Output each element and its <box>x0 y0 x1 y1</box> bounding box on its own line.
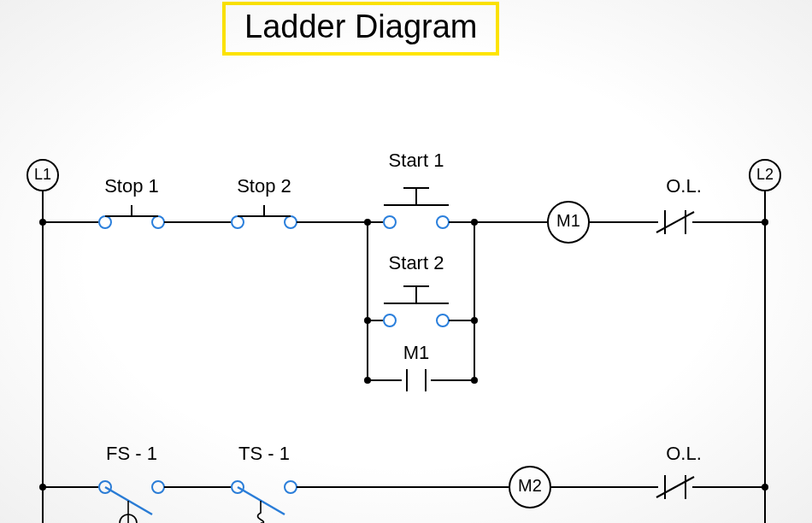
stop1-label: Stop 1 <box>104 175 159 197</box>
svg-point-14 <box>437 216 449 228</box>
svg-point-28 <box>437 314 449 326</box>
terminal-l1-label: L1 <box>34 166 51 183</box>
svg-point-39 <box>152 481 164 493</box>
overload1-label: O.L. <box>666 175 702 197</box>
junction-node <box>762 484 768 491</box>
start2-label: Start 2 <box>389 252 444 273</box>
overload2-icon <box>656 475 694 499</box>
temp-switch-label: TS - 1 <box>238 443 290 464</box>
start2-pushbutton-icon <box>384 286 449 326</box>
overload1-icon <box>656 210 694 234</box>
start1-pushbutton-icon <box>384 188 449 228</box>
stop1-pushbutton-icon <box>99 205 164 228</box>
stop2-pushbutton-icon <box>232 205 297 228</box>
terminal-l2-label: L2 <box>756 166 774 183</box>
coil-m2-label: M2 <box>518 476 542 495</box>
temp-switch-icon <box>232 481 297 523</box>
svg-point-2 <box>152 216 164 228</box>
svg-point-1 <box>99 216 111 228</box>
svg-point-13 <box>384 216 396 228</box>
junction-node <box>471 377 478 384</box>
ladder-diagram-svg: L1 L2 Stop 1 Stop 2 Start 1 <box>0 0 812 523</box>
svg-line-24 <box>656 212 694 232</box>
flow-switch-label: FS - 1 <box>106 443 157 464</box>
junction-node <box>762 219 768 226</box>
stop2-label: Stop 2 <box>237 175 291 197</box>
start1-label: Start 1 <box>389 150 444 171</box>
overload2-label: O.L. <box>666 443 702 464</box>
svg-point-44 <box>285 481 297 493</box>
junction-node <box>471 317 478 324</box>
flow-switch-icon <box>99 481 164 523</box>
seal-in-label: M1 <box>403 342 430 363</box>
svg-point-6 <box>232 216 244 228</box>
svg-point-7 <box>285 216 297 228</box>
svg-point-27 <box>384 314 396 326</box>
coil-m1-label: M1 <box>556 211 580 230</box>
seal-in-contact-icon <box>407 369 426 391</box>
svg-line-50 <box>656 477 694 497</box>
